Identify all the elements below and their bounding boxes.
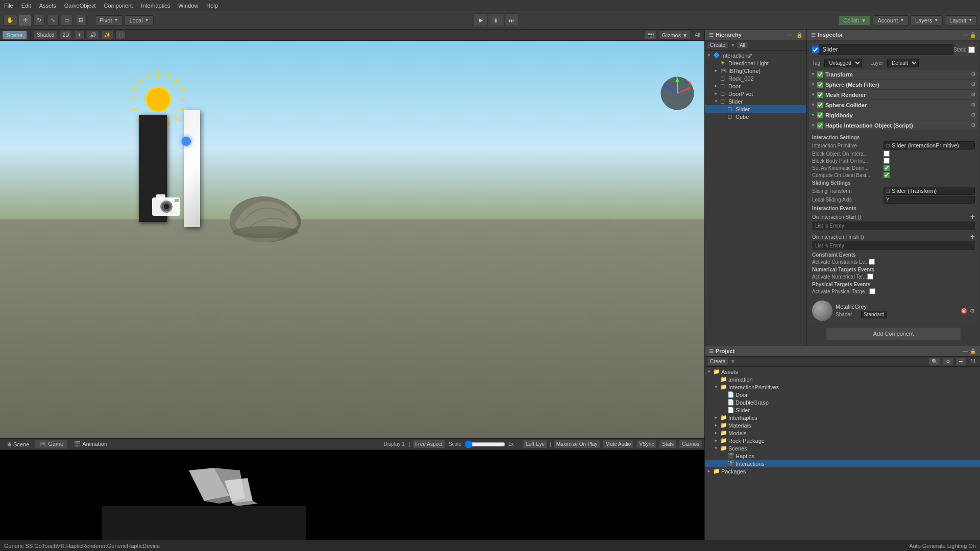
proj-item-assets[interactable]: ▼ 📁 Assets	[705, 368, 980, 375]
tab-console[interactable]: 🖥Scene	[2, 440, 33, 448]
haptic-header[interactable]: ▼ Haptic Interaction Object (Script) ⚙	[809, 120, 978, 130]
play-button[interactable]: ▶	[474, 15, 488, 26]
free-aspect-btn[interactable]: Free Aspect	[412, 440, 446, 448]
block-body-check[interactable]	[884, 158, 890, 164]
haptic-check[interactable]	[817, 122, 823, 129]
transform-header[interactable]: ▼ Transform ⚙	[809, 69, 978, 79]
scale-tool-btn[interactable]: ⤡	[47, 15, 59, 26]
sphere-collider-check[interactable]	[817, 102, 823, 108]
activate-numerical-check[interactable]	[867, 273, 873, 280]
inspector-lock-btn[interactable]: 🔒	[970, 32, 976, 38]
hier-item-slider-sel[interactable]: ◻ Slider	[705, 105, 806, 113]
menu-file[interactable]: File	[0, 2, 17, 10]
layout-dropdown[interactable]: Layout	[945, 15, 977, 26]
project-collapse-btn[interactable]: —	[963, 348, 968, 354]
tab-game[interactable]: 🎮Game	[35, 440, 67, 448]
activate-physical-check[interactable]	[869, 288, 875, 294]
collab-button[interactable]: Collab ▼	[839, 15, 871, 26]
menu-gameobject[interactable]: GameObject	[60, 2, 100, 10]
add-component-button[interactable]: Add Component	[826, 327, 961, 340]
menu-help[interactable]: Help	[202, 2, 222, 10]
mute-audio-btn[interactable]: Mute Audio	[602, 440, 634, 448]
proj-item-animation[interactable]: 📁 animation	[705, 375, 980, 383]
hier-item-slider-parent[interactable]: ▼ ◻ Slider	[705, 97, 806, 105]
set-kinematic-check[interactable]	[884, 165, 890, 171]
layers-dropdown[interactable]: Layers	[911, 15, 943, 26]
move-tool-btn[interactable]: ✛	[19, 15, 31, 26]
mesh-renderer-settings-icon[interactable]: ⚙	[971, 91, 976, 98]
gizmos-btn[interactable]: Gizmos ▼	[659, 31, 691, 40]
proj-item-door-asset[interactable]: 📄 Door	[705, 391, 980, 398]
tag-select[interactable]: Untagged	[824, 59, 862, 67]
rotate-tool-btn[interactable]: ↻	[33, 15, 45, 26]
rock-object[interactable]	[225, 179, 306, 246]
compass-widget[interactable]: X Y Z	[659, 76, 695, 112]
audio-btn[interactable]: 🔊	[87, 31, 99, 39]
stats-btn[interactable]: Stats	[659, 440, 677, 448]
sphere-collider-header[interactable]: ▼ Sphere Collider ⚙	[809, 100, 978, 110]
add-finish-event-btn[interactable]: +	[970, 232, 975, 241]
proj-layout-btn[interactable]: ☰	[955, 358, 966, 365]
proj-search-btn[interactable]: 🔍	[928, 358, 941, 365]
account-dropdown[interactable]: Account	[873, 15, 909, 26]
2d-btn[interactable]: 2D	[60, 31, 72, 39]
transform-settings-icon[interactable]: ⚙	[971, 71, 976, 78]
proj-item-interactionprimitives[interactable]: ▼ 📁 InteractionPrimitives	[705, 383, 980, 391]
scene-hide-btn[interactable]: ◻	[115, 31, 126, 39]
proj-create-btn[interactable]: Create	[707, 358, 728, 365]
rect-tool-btn[interactable]: ▭	[61, 15, 73, 26]
hier-item-cube[interactable]: ◻ Cube	[705, 113, 806, 120]
scene-canvas[interactable]: X Y Z	[0, 41, 704, 438]
pause-button[interactable]: ⏸	[489, 15, 503, 26]
proj-filter-btn[interactable]: ⚙	[943, 358, 953, 365]
transform-tool-btn[interactable]: ⊞	[75, 15, 87, 26]
transform-check[interactable]	[817, 71, 823, 78]
pivot-dropdown[interactable]: Pivot	[95, 15, 122, 26]
menu-interhaptics[interactable]: Interhaptics	[137, 2, 174, 10]
menu-assets[interactable]: Assets	[35, 2, 60, 10]
compute-local-check[interactable]	[884, 172, 890, 178]
camera-btn[interactable]: 📷	[645, 31, 657, 39]
inspector-name-input[interactable]	[819, 44, 953, 55]
proj-item-haptics-scene[interactable]: 🎬 Haptics	[705, 452, 980, 460]
menu-edit[interactable]: Edit	[17, 2, 35, 10]
slider-object[interactable]	[184, 110, 200, 227]
sliding-transform-value[interactable]: ◻ Slider (Transform)	[884, 187, 975, 195]
proj-item-packages[interactable]: ► 📁 Packages	[705, 467, 980, 475]
tab-animation[interactable]: 🎬Animation	[69, 440, 111, 448]
step-button[interactable]: ⏭	[504, 15, 519, 26]
hier-create-btn[interactable]: Create	[707, 41, 728, 49]
rigidbody-header[interactable]: ▼ Rigidbody ⚙	[809, 110, 978, 120]
local-dropdown[interactable]: Local	[125, 15, 153, 26]
proj-item-scenes[interactable]: ▼ 📁 Scenes	[705, 444, 980, 452]
hier-item-ibrig[interactable]: ► 🎮 IBRig(Clone)	[705, 67, 806, 74]
local-axis-value[interactable]: Y	[884, 196, 975, 204]
hier-item-interactions[interactable]: ▼ 🔷 Interactions*	[705, 52, 806, 59]
proj-item-interhaptics[interactable]: ► 📁 Interhaptics	[705, 414, 980, 421]
proj-item-doublegrasp[interactable]: 📄 DoubleGrasp	[705, 398, 980, 406]
tab-scene[interactable]: Scene	[2, 31, 27, 39]
gizmos-game-btn[interactable]: Gizmos	[679, 440, 702, 448]
maximize-btn[interactable]: Maximize On Play	[553, 440, 601, 448]
hier-all-btn[interactable]: All	[737, 41, 748, 49]
sphere-filter-check[interactable]	[817, 82, 823, 88]
mesh-renderer-check[interactable]	[817, 92, 823, 98]
interaction-prim-value[interactable]: ◻ Slider (InteractionPrimitive)	[884, 141, 975, 149]
static-check[interactable]	[968, 46, 975, 53]
hierarchy-lock-btn[interactable]: 🔒	[796, 32, 802, 38]
vsync-btn[interactable]: VSync	[636, 440, 657, 448]
add-start-event-btn[interactable]: +	[970, 212, 975, 221]
proj-item-models[interactable]: ► 📁 Models	[705, 429, 980, 437]
hand-tool-btn[interactable]: ✋	[3, 15, 17, 26]
layer-select[interactable]: Default	[887, 59, 919, 67]
hier-item-door[interactable]: ► ◻ Door	[705, 82, 806, 90]
activate-constraints-check[interactable]	[869, 259, 875, 265]
inspector-enabled-check[interactable]	[812, 46, 819, 53]
sphere-collider-settings-icon[interactable]: ⚙	[971, 102, 976, 108]
sphere-filter-settings-icon[interactable]: ⚙	[971, 81, 976, 88]
menu-component[interactable]: Component	[100, 2, 137, 10]
left-eye-btn[interactable]: Left Eye	[523, 440, 548, 448]
haptic-settings-icon[interactable]: ⚙	[971, 122, 976, 129]
material-target-icon[interactable]: 🎯	[961, 308, 968, 314]
material-settings-icon[interactable]: ⚙	[970, 308, 975, 314]
